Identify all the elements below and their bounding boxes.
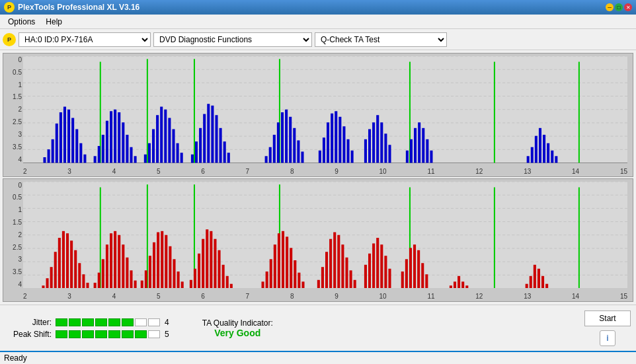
svg-rect-155 — [230, 283, 233, 288]
ta-quality-section: TA Quality Indicator: Very Good — [202, 318, 273, 338]
svg-rect-95 — [547, 143, 549, 163]
top-chart-y-axis: 4 3.5 3 2.5 2 1.5 1 0.5 0 — [3, 56, 23, 163]
svg-rect-194 — [454, 281, 456, 288]
svg-rect-50 — [215, 115, 218, 163]
svg-rect-16 — [71, 118, 74, 163]
bottom-chart-y-axis: 4 3.5 3 2.5 2 1.5 1 0.5 0 — [3, 182, 23, 289]
svg-rect-96 — [551, 151, 553, 163]
svg-rect-44 — [191, 155, 194, 163]
svg-rect-64 — [301, 152, 303, 163]
svg-rect-135 — [149, 256, 151, 288]
svg-rect-139 — [165, 235, 167, 288]
svg-rect-92 — [535, 136, 537, 163]
drive-select[interactable]: HA:0 ID:0 PX-716A — [19, 32, 151, 47]
peakshift-seg-6 — [122, 330, 134, 338]
svg-rect-118 — [82, 274, 85, 288]
svg-rect-82 — [406, 151, 409, 163]
svg-rect-115 — [70, 240, 73, 288]
svg-rect-33 — [144, 155, 147, 163]
svg-rect-152 — [218, 250, 221, 288]
svg-rect-127 — [118, 235, 120, 288]
svg-rect-141 — [173, 259, 175, 288]
svg-rect-182 — [380, 244, 383, 288]
svg-rect-189 — [413, 244, 416, 288]
main-content: 4 3.5 3 2.5 2 1.5 1 0.5 0 — [0, 50, 636, 351]
svg-rect-86 — [422, 128, 424, 163]
svg-rect-72 — [346, 139, 349, 163]
svg-rect-51 — [219, 128, 222, 163]
jitter-row: Jitter: 4 — [5, 318, 169, 327]
svg-rect-186 — [401, 272, 404, 289]
svg-rect-84 — [414, 128, 417, 163]
svg-rect-199 — [526, 283, 528, 288]
ta-quality-value: Very Good — [214, 328, 260, 338]
svg-rect-46 — [199, 128, 202, 163]
title-controls: ─ □ ✕ — [606, 3, 632, 11]
app-icon: P — [4, 2, 15, 13]
svg-rect-191 — [421, 263, 424, 288]
svg-rect-157 — [262, 281, 264, 288]
svg-rect-125 — [110, 233, 112, 288]
svg-rect-142 — [177, 272, 180, 289]
svg-rect-42 — [180, 153, 183, 163]
peakshift-seg-1 — [56, 330, 67, 338]
bottom-chart: 4 3.5 3 2.5 2 1.5 1 0.5 0 — [3, 178, 633, 303]
svg-rect-108 — [42, 285, 44, 288]
info-button[interactable]: i — [600, 330, 616, 346]
svg-rect-24 — [106, 121, 108, 163]
bottom-chart-svg — [23, 182, 627, 289]
svg-rect-183 — [384, 256, 387, 288]
svg-rect-161 — [278, 233, 280, 288]
svg-rect-71 — [342, 126, 345, 163]
title-text: PlexTools Professional XL V3.16 — [18, 3, 139, 12]
svg-rect-18 — [79, 143, 82, 163]
svg-rect-14 — [63, 107, 66, 163]
svg-rect-78 — [380, 122, 383, 163]
svg-rect-166 — [298, 272, 300, 288]
svg-rect-146 — [194, 268, 196, 288]
metrics-left: Jitter: 4 Peak Shift: — [5, 318, 169, 339]
svg-rect-119 — [86, 283, 89, 289]
close-button[interactable]: ✕ — [624, 3, 632, 11]
svg-rect-70 — [338, 117, 341, 163]
svg-rect-124 — [106, 244, 108, 288]
start-button[interactable]: Start — [584, 310, 631, 326]
svg-rect-149 — [206, 229, 208, 288]
svg-rect-91 — [531, 147, 534, 163]
svg-rect-143 — [181, 281, 184, 288]
svg-rect-49 — [211, 106, 214, 163]
peakshift-seg-3 — [82, 330, 94, 338]
svg-rect-19 — [83, 155, 86, 163]
svg-rect-136 — [153, 242, 155, 288]
svg-rect-190 — [417, 250, 420, 288]
jitter-seg-3 — [82, 318, 94, 326]
svg-rect-200 — [530, 275, 532, 288]
svg-rect-88 — [430, 151, 432, 163]
function-select[interactable]: DVD Diagnostic Functions — [153, 32, 312, 47]
svg-rect-36 — [156, 115, 159, 163]
svg-rect-192 — [425, 274, 428, 288]
minimize-button[interactable]: ─ — [606, 3, 614, 11]
svg-rect-164 — [290, 248, 292, 288]
start-btn-area: Start i — [584, 310, 631, 346]
menu-options[interactable]: Options — [3, 16, 40, 28]
menu-help[interactable]: Help — [40, 16, 67, 28]
svg-rect-138 — [161, 231, 163, 288]
svg-rect-187 — [405, 259, 408, 288]
svg-rect-39 — [168, 118, 171, 163]
menu-bar: Options Help — [0, 15, 636, 29]
svg-rect-26 — [114, 110, 116, 163]
svg-rect-25 — [110, 111, 112, 163]
svg-rect-131 — [134, 280, 137, 288]
svg-rect-73 — [351, 151, 354, 163]
svg-rect-23 — [102, 135, 104, 163]
svg-rect-126 — [114, 231, 116, 288]
svg-rect-176 — [350, 270, 352, 288]
peakshift-label: Peak Shift: — [5, 330, 52, 339]
svg-rect-83 — [410, 139, 413, 163]
test-select[interactable]: Q-Check TA Test — [315, 32, 447, 47]
svg-rect-109 — [46, 278, 49, 288]
toolbar: P HA:0 ID:0 PX-716A DVD Diagnostic Funct… — [0, 29, 636, 50]
svg-rect-175 — [345, 257, 348, 288]
maximize-button[interactable]: □ — [615, 3, 623, 11]
